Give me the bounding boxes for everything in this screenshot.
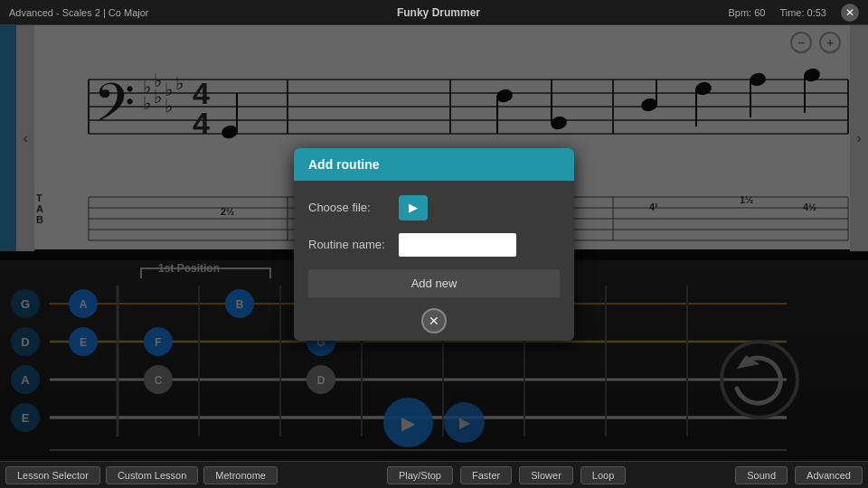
modal-body: Choose file: ▶ Routine name: Add new [294,181,574,312]
loop-button[interactable]: Loop [580,466,626,484]
choose-file-play-button[interactable]: ▶ [399,195,428,221]
bpm-label: Bpm: 60 [728,7,765,18]
choose-file-label: Choose file: [308,201,390,214]
topbar: Advanced - Scales 2 | Co Major Funky Dru… [0,0,868,25]
time-label: Time: 0:53 [779,7,826,18]
metronome-button[interactable]: Metronome [203,466,278,484]
add-new-button[interactable]: Add new [308,269,560,297]
bottom-center-controls: Play/Stop Faster Slower Loop [387,466,626,484]
modal-close-button[interactable]: ✕ [421,308,447,333]
slower-button[interactable]: Slower [519,466,573,484]
modal-title: Add routine [308,157,380,172]
faster-button[interactable]: Faster [460,466,512,484]
bottombar: Lesson Selector Custom Lesson Metronome … [0,461,868,488]
routine-name-label: Routine name: [308,238,390,251]
topbar-right: Bpm: 60 Time: 0:53 ✕ [728,4,859,22]
sound-button[interactable]: Sound [735,466,788,484]
close-button[interactable]: ✕ [841,4,859,22]
modal-overlay: Add routine Choose file: ▶ Routine name:… [0,0,868,488]
modal-header: Add routine [294,148,574,181]
play-stop-button[interactable]: Play/Stop [387,466,453,484]
modal-dialog: Add routine Choose file: ▶ Routine name:… [294,148,574,341]
custom-lesson-button[interactable]: Custom Lesson [106,466,198,484]
bottom-left-controls: Lesson Selector Custom Lesson Metronome [5,466,278,484]
lesson-selector-button[interactable]: Lesson Selector [5,466,100,484]
breadcrumb: Advanced - Scales 2 | Co Major [9,7,148,18]
advanced-button[interactable]: Advanced [795,466,863,484]
app-title: Funky Drummer [397,6,480,19]
choose-file-row: Choose file: ▶ [308,195,560,221]
bottom-right-controls: Sound Advanced [735,466,863,484]
routine-name-row: Routine name: [308,233,560,257]
routine-name-input[interactable] [399,233,516,257]
